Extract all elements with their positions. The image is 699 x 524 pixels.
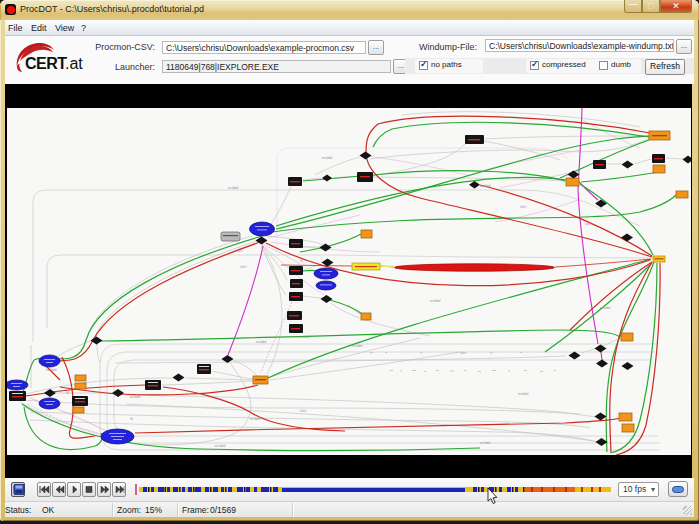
svg-text:no label: no label [480, 441, 491, 445]
svg-text:lbl: lbl [130, 417, 133, 421]
svg-text:lbl: lbl [300, 259, 303, 263]
svg-text:no label: no label [256, 340, 267, 344]
svg-text:no label: no label [352, 344, 363, 348]
svg-text:label: label [240, 265, 247, 269]
svg-text:no label: no label [518, 392, 529, 396]
svg-text:label: label [585, 222, 592, 226]
svg-text:no label: no label [215, 444, 226, 448]
svg-text:CERT: CERT [25, 55, 67, 72]
svg-text:label: label [460, 351, 467, 355]
svg-text:no label: no label [130, 395, 141, 399]
svg-text:no label: no label [300, 335, 311, 339]
svg-text:no label: no label [46, 368, 57, 372]
svg-text:label: label [520, 205, 527, 209]
svg-text:.at: .at [65, 55, 83, 72]
svg-text:no label: no label [250, 417, 261, 421]
svg-text:no label: no label [228, 186, 239, 190]
svg-text:no label: no label [600, 306, 611, 310]
svg-text:lbl: lbl [66, 391, 69, 395]
svg-text:no label: no label [322, 156, 333, 160]
svg-text:label: label [300, 409, 307, 413]
svg-text:no label: no label [480, 184, 491, 188]
svg-text:no label: no label [430, 299, 441, 303]
svg-text:label: label [236, 249, 243, 253]
